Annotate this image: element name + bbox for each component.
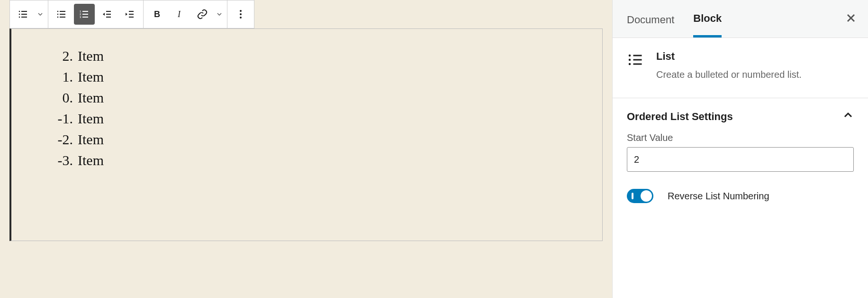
italic-button[interactable]: I (169, 4, 190, 25)
svg-point-33 (629, 59, 631, 61)
block-info-description: Create a bulleted or numbered list. (656, 67, 854, 82)
reverse-numbering-label: Reverse List Numbering (668, 191, 769, 202)
chevron-up-icon (842, 110, 854, 124)
bold-button[interactable]: B (146, 4, 167, 25)
svg-text:I: I (177, 9, 181, 19)
list-block[interactable]: 2. Item 1. Item 0. Item -1. Item -2. Ite… (9, 28, 603, 241)
more-options-button[interactable] (230, 4, 251, 25)
link-button[interactable] (192, 4, 213, 25)
list-icon (627, 51, 644, 68)
svg-text:3: 3 (80, 16, 81, 19)
start-value-input[interactable] (627, 147, 854, 172)
block-info-title: List (656, 50, 854, 63)
list-item-text[interactable]: Item (78, 111, 104, 127)
list-item[interactable]: -1. Item (45, 111, 569, 127)
svg-point-4 (19, 17, 20, 18)
list-item-text[interactable]: Item (78, 48, 104, 64)
svg-point-28 (240, 17, 242, 19)
panel-header-ordered-list-settings[interactable]: Ordered List Settings (627, 108, 854, 132)
list-item-text[interactable]: Item (78, 152, 104, 168)
editor-area: 1 2 3 (0, 0, 612, 298)
svg-point-8 (57, 14, 59, 15)
reverse-numbering-toggle[interactable] (627, 189, 653, 203)
svg-point-6 (57, 11, 59, 12)
list-item[interactable]: -3. Item (45, 152, 569, 168)
unordered-list-button[interactable] (51, 4, 72, 25)
svg-text:B: B (154, 9, 160, 19)
tab-document[interactable]: Document (627, 1, 674, 37)
list-item[interactable]: -2. Item (45, 131, 569, 148)
panel-title: Ordered List Settings (627, 111, 733, 123)
block-info: List Create a bulleted or numbered list. (613, 38, 868, 98)
list-item-number: 0. (45, 90, 73, 106)
list-item[interactable]: 0. Item (45, 90, 569, 106)
list-item-number: 2. (45, 48, 73, 64)
list-item[interactable]: 1. Item (45, 69, 569, 85)
tab-block[interactable]: Block (693, 0, 722, 37)
close-sidebar-button[interactable] (845, 12, 857, 27)
list-item-text[interactable]: Item (78, 131, 104, 148)
list-item-text[interactable]: Item (78, 90, 104, 106)
svg-point-10 (57, 17, 59, 18)
list-item-number: 1. (45, 69, 73, 85)
svg-point-35 (629, 63, 631, 65)
app-root: 1 2 3 (0, 0, 868, 298)
format-more-dropdown[interactable] (215, 4, 224, 25)
start-value-label: Start Value (627, 132, 854, 143)
block-type-dropdown[interactable] (36, 4, 45, 25)
svg-point-26 (240, 10, 242, 12)
list-item-number: -2. (45, 131, 73, 148)
toolbar-group-format: B I (144, 0, 227, 28)
settings-sidebar: Document Block List (612, 0, 868, 298)
toggle-knob (641, 190, 652, 202)
toggle-on-indicator (632, 193, 633, 199)
block-type-button[interactable] (13, 4, 34, 25)
svg-point-27 (240, 13, 242, 15)
svg-point-0 (19, 11, 20, 12)
toolbar-group-blocktype (10, 0, 48, 28)
svg-point-2 (19, 14, 20, 15)
block-toolbar: 1 2 3 (9, 0, 254, 28)
block-info-text: List Create a bulleted or numbered list. (656, 50, 854, 82)
toolbar-group-liststyle: 1 2 3 (48, 0, 144, 28)
list-item-number: -1. (45, 111, 73, 127)
indent-button[interactable] (119, 4, 140, 25)
ordered-list-button[interactable]: 1 2 3 (74, 4, 95, 25)
reverse-numbering-row: Reverse List Numbering (627, 189, 854, 203)
sidebar-tabs: Document Block (613, 0, 868, 38)
list-item-number: -3. (45, 152, 73, 168)
list-item[interactable]: 2. Item (45, 48, 569, 64)
svg-point-31 (629, 55, 631, 57)
outdent-button[interactable] (97, 4, 118, 25)
toolbar-group-more (227, 0, 254, 28)
list-item-text[interactable]: Item (78, 69, 104, 85)
ordered-list-settings-panel: Ordered List Settings Start Value Revers… (613, 98, 868, 213)
